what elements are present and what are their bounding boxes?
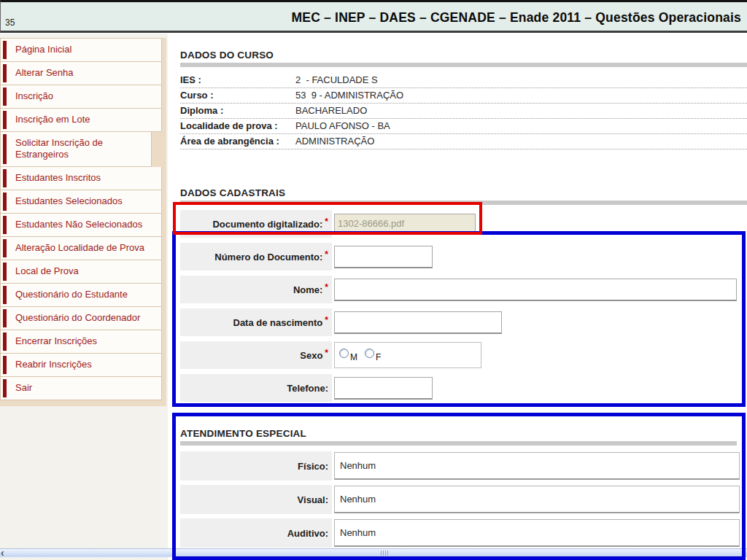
sexo-m-radio[interactable]: M	[339, 349, 357, 362]
sidebar-item-inscricao[interactable]: Inscrição	[0, 85, 162, 109]
sidebar-item-alterar-senha[interactable]: Alterar Senha	[0, 62, 162, 85]
nome-input[interactable]	[334, 279, 737, 301]
row-visual: Visual: Nenhum	[180, 485, 740, 514]
section-divider	[180, 201, 747, 205]
section-title-atendimento-especial: ATENDIMENTO ESPECIAL	[180, 428, 737, 439]
course-label: IES :	[180, 74, 295, 85]
row-numero-documento: Número do Documento: *	[180, 243, 740, 271]
header-bar: 35 MEC – INEP – DAES – CGENADE – Enade 2…	[0, 0, 747, 33]
data-nascimento-label: Data de nascimento *	[180, 308, 332, 336]
row-auditivo: Auditivo: Nenhum	[180, 518, 740, 548]
sidebar-item-estudantes-nao-selecionados[interactable]: Estudantes Não Selecionados	[0, 214, 162, 237]
sidebar-item-questionario-estudante[interactable]: Questionário do Estudante	[0, 284, 162, 307]
course-label: Área de abrangência :	[180, 136, 295, 147]
course-row-ies: IES : 2 - FACULDADE S	[180, 73, 747, 88]
numero-documento-label: Número do Documento: *	[180, 243, 332, 271]
registration-form: Documento digitalizado: * Número do Docu…	[180, 210, 740, 402]
visual-value-field[interactable]: Nenhum	[334, 486, 740, 513]
visual-label: Visual:	[180, 485, 332, 514]
numero-documento-input[interactable]	[334, 246, 433, 268]
sidebar: Página Inicial Alterar Senha Inscrição I…	[0, 34, 168, 560]
course-label: Curso :	[180, 90, 295, 101]
radio-icon	[365, 349, 374, 358]
scroll-left-arrow-icon[interactable]: ‹	[1, 548, 11, 559]
sidebar-item-inscricao-em-lote[interactable]: Inscrição em Lote	[0, 109, 162, 132]
course-value: 53 9 - ADMINISTRAÇÃO	[295, 90, 403, 101]
horizontal-scrollbar[interactable]	[0, 548, 747, 557]
row-telefone: Telefone:	[180, 374, 740, 402]
course-data-table: IES : 2 - FACULDADE S Curso : 53 9 - ADM…	[180, 73, 747, 149]
sidebar-item-estudantes-selecionados[interactable]: Estudantes Selecionados	[0, 190, 162, 214]
required-asterisk: *	[325, 315, 328, 325]
auditivo-label: Auditivo:	[180, 518, 332, 548]
row-fisico: Físico: Nenhum	[180, 451, 740, 481]
scrollbar-grip[interactable]	[381, 551, 388, 556]
atendimento-form: Físico: Nenhum Visual: Nenhum Auditivo:	[180, 451, 740, 548]
sexo-label: Sexo *	[180, 341, 332, 369]
documento-label: Documento digitalizado: *	[180, 210, 332, 238]
row-documento-digitalizado: Documento digitalizado: *	[180, 210, 740, 238]
auditivo-value-field[interactable]: Nenhum	[334, 519, 740, 547]
required-asterisk: *	[325, 249, 328, 260]
course-value: ADMINISTRAÇÃO	[295, 136, 374, 147]
sexo-f-radio[interactable]: F	[365, 349, 381, 362]
section-divider	[180, 63, 747, 67]
nome-label: Nome: *	[180, 276, 332, 303]
main-content: DADOS DO CURSO IES : 2 - FACULDADE S Cur…	[168, 34, 747, 560]
sidebar-item-solicitar-inscricao-estrangeiros[interactable]: Solicitar Inscrição de Estrangeiros	[0, 132, 152, 167]
section-title-dados-cadastrais: DADOS CADASTRAIS	[180, 187, 747, 198]
section-title-dados-do-curso: DADOS DO CURSO	[180, 50, 747, 61]
sidebar-item-questionario-coordenador[interactable]: Questionário do Coordenador	[0, 307, 162, 330]
section-divider	[180, 441, 737, 446]
course-row-localidade: Localidade de prova : PAULO AFONSO - BA	[180, 119, 747, 134]
sidebar-item-encerrar-inscricoes[interactable]: Encerrar Inscrições	[0, 330, 162, 354]
sidebar-item-pagina-inicial[interactable]: Página Inicial	[0, 38, 162, 62]
course-row-diploma: Diploma : BACHARELADO	[180, 104, 747, 119]
radio-icon	[339, 349, 349, 358]
required-asterisk: *	[325, 348, 328, 358]
sidebar-item-reabrir-inscricoes[interactable]: Reabrir Inscrições	[0, 354, 162, 377]
sidebar-item-alteracao-localidade-prova[interactable]: Alteração Localidade de Prova	[0, 237, 162, 260]
course-label: Diploma :	[180, 105, 295, 116]
slide-page-number: 35	[5, 18, 15, 28]
sexo-options-box: M F	[334, 342, 481, 368]
fisico-value-field[interactable]: Nenhum	[334, 452, 740, 480]
page-title: MEC – INEP – DAES – CGENADE – Enade 2011…	[292, 10, 741, 26]
fisico-label: Físico:	[180, 451, 332, 481]
course-row-abrangencia: Área de abrangência : ADMINISTRAÇÃO	[180, 134, 747, 149]
sidebar-menu: Página Inicial Alterar Senha Inscrição I…	[0, 38, 166, 406]
sidebar-item-estudantes-inscritos[interactable]: Estudantes Inscritos	[0, 167, 162, 190]
telefone-label: Telefone:	[180, 374, 332, 402]
course-value: PAULO AFONSO - BA	[295, 120, 390, 131]
course-value: 2 - FACULDADE S	[295, 74, 378, 85]
course-row-curso: Curso : 53 9 - ADMINISTRAÇÃO	[180, 88, 747, 104]
data-nascimento-input[interactable]	[334, 311, 502, 334]
sidebar-item-sair[interactable]: Sair	[0, 377, 162, 400]
required-asterisk: *	[325, 217, 328, 227]
course-value: BACHARELADO	[295, 105, 367, 116]
row-sexo: Sexo * M F	[180, 341, 740, 369]
sidebar-item-local-de-prova[interactable]: Local de Prova	[0, 260, 162, 284]
row-data-nascimento: Data de nascimento *	[180, 308, 740, 336]
telefone-input[interactable]	[334, 377, 433, 400]
row-nome: Nome: *	[180, 276, 740, 303]
required-asterisk: *	[325, 282, 328, 292]
course-label: Localidade de prova :	[180, 120, 295, 131]
documento-digitalizado-input[interactable]	[334, 214, 476, 235]
